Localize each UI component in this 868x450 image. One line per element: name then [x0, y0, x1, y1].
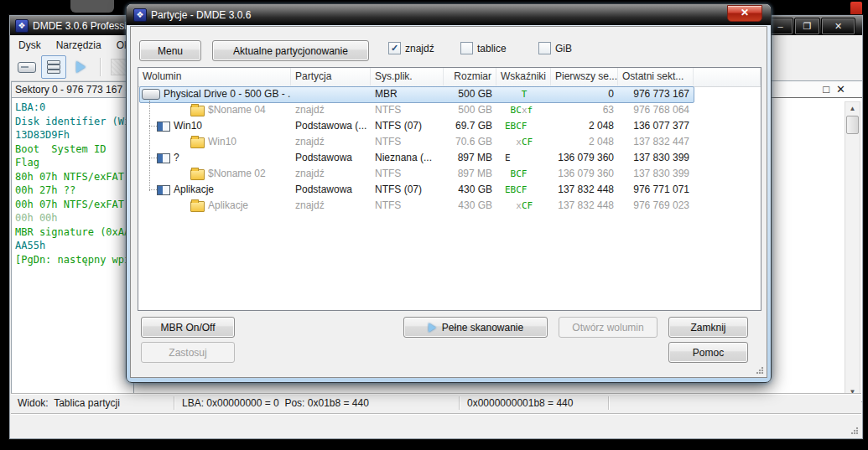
play-icon: [429, 323, 436, 332]
hex-line: Boot System ID :: [15, 142, 138, 157]
part-icon: [157, 122, 170, 132]
column-header[interactable]: Ostatni sekt...: [618, 68, 694, 85]
maximize-button[interactable]: ❐: [794, 18, 820, 35]
column-header[interactable]: Rozmiar: [444, 68, 496, 85]
dialog-title: Partycje - DMDE 3.0.6: [151, 9, 251, 21]
cell: Win10: [138, 134, 291, 150]
full-scan-button[interactable]: Pełne skanowanie: [403, 317, 548, 338]
hex-line: AA55h: [15, 239, 138, 253]
cell: 500 GB: [444, 86, 496, 102]
volume-name: Win10: [174, 118, 202, 134]
cell: 137 832 448: [551, 182, 618, 198]
cell: 69.7 GB: [444, 118, 496, 134]
partition-row[interactable]: Win10Podstawowa (...NTFS (07)69.7 GBEBCF…: [138, 118, 761, 134]
partition-row[interactable]: Win10znajdźNTFS70.6 GB xCF2 048137 832 4…: [138, 134, 761, 150]
cell: Aplikacje: [138, 198, 291, 214]
cell: Physical Drive 0 - 500 GB - ...: [138, 86, 291, 102]
cell: 137 832 447: [618, 134, 694, 150]
volume-name: Aplikacje: [174, 182, 214, 198]
partition-row[interactable]: $Noname 02znajdźNTFS897 MB BCF136 079 36…: [138, 166, 761, 182]
dialog-resize-grip[interactable]: [756, 366, 764, 375]
resize-grip[interactable]: [850, 427, 859, 435]
background-window-fragment: [70, 0, 114, 13]
scan-button[interactable]: [68, 55, 93, 79]
cell: 136 079 360: [551, 166, 618, 182]
scrollbar-thumb[interactable]: [846, 116, 859, 134]
partition-row[interactable]: $Noname 04znajdźNTFS500 GB BCxf63976 768…: [138, 102, 761, 118]
partitions-table: WoluminPartycjaSys.plik.RozmiarWskaźniki…: [138, 67, 761, 311]
cell: znajdź: [291, 134, 371, 150]
partitions-button[interactable]: [41, 55, 66, 79]
help-button[interactable]: Pomoc: [668, 342, 748, 363]
tree-guide-line: [149, 126, 157, 127]
checkbox-box[interactable]: ✓: [388, 42, 401, 54]
cell: znajdź: [291, 198, 371, 214]
column-header[interactable]: Pierwszy se...: [551, 68, 618, 85]
cell: 137 830 399: [618, 166, 694, 182]
main-window-title: DMDE 3.0.6 Profession: [33, 20, 138, 32]
open-disk-button[interactable]: [14, 55, 39, 79]
indicators-cell: EBCF: [496, 182, 551, 198]
indicators-cell: T: [496, 86, 551, 102]
dialog-menu-button[interactable]: Menu: [139, 40, 201, 61]
cell: 70.6 GB: [444, 134, 496, 150]
cell: NTFS (07): [371, 118, 444, 134]
indicators-cell: BCxf: [496, 102, 551, 118]
checkbox-tablice[interactable]: tablice: [460, 42, 507, 54]
column-header[interactable]: Wolumin: [138, 68, 291, 85]
cell: Podstawowa (...: [291, 118, 371, 134]
current-partitioning-button[interactable]: Aktualne partycjonowanie: [212, 40, 369, 61]
cell: 430 GB: [444, 182, 496, 198]
column-header-filler: [694, 68, 761, 85]
checkbox-GiB[interactable]: GiB: [538, 42, 572, 54]
mbr-onoff-button[interactable]: MBR On/Off: [141, 317, 235, 338]
hex-line: 00h 00h: [15, 211, 138, 225]
close-dialog-button[interactable]: Zamknij: [668, 317, 748, 338]
partition-row[interactable]: ?PodstawowaNieznana (...897 MBE136 079 3…: [138, 150, 761, 166]
tree-guide-line: [149, 189, 157, 190]
partition-row[interactable]: Physical Drive 0 - 500 GB - ...MBR500 GB…: [138, 86, 761, 102]
partition-row[interactable]: AplikacjeznajdźNTFS430 GB xCF137 832 448…: [138, 198, 761, 214]
cell: 897 MB: [444, 150, 496, 166]
child-close-icon[interactable]: ✕: [836, 83, 852, 96]
cell: 976 768 064: [618, 102, 694, 118]
close-button[interactable]: ✕: [821, 18, 855, 35]
open-volume-button[interactable]: Otwórz wolumin: [559, 317, 657, 338]
scroll-up-icon[interactable]: ▲: [845, 102, 860, 115]
cell: 2 048: [551, 134, 618, 150]
checkbox-label: znajdź: [405, 43, 434, 54]
status-separator: [608, 396, 610, 410]
volume-name: Win10: [208, 134, 236, 150]
hex-info-panel[interactable]: LBA:0Disk identifier (Wi13D83D9FhBoot Sy…: [11, 97, 138, 405]
indicators-cell: xCF: [496, 134, 551, 150]
checkbox-box[interactable]: [460, 42, 473, 54]
menu-narzedzia[interactable]: Narzędzia: [49, 38, 109, 53]
checkbox-box[interactable]: [538, 42, 551, 54]
cell: MBR: [371, 86, 444, 102]
dialog-titlebar[interactable]: ❖ Partycje - DMDE 3.0.6: [127, 4, 771, 25]
column-header[interactable]: Partycja: [291, 68, 371, 85]
volume-name: $Noname 04: [208, 102, 266, 118]
column-header[interactable]: Sys.plik.: [371, 68, 444, 85]
child-restore-icon[interactable]: □: [823, 83, 836, 96]
volume-name: ?: [174, 150, 179, 166]
partition-row[interactable]: AplikacjePodstawowaNTFS (07)430 GBEBCF13…: [138, 182, 761, 198]
cell: Nieznana (...: [371, 150, 444, 166]
cell: znajdź: [291, 166, 371, 182]
dialog-close-button[interactable]: ✕: [727, 5, 762, 22]
hex-line: 00h 07h NTFS/exFAT :: [15, 198, 138, 212]
disabled-tool-icon: [111, 59, 127, 75]
column-header[interactable]: Wskaźniki: [496, 68, 551, 85]
indicators-cell: xCF: [496, 198, 551, 214]
cell: 2 048: [551, 118, 618, 134]
cell: 430 GB: [444, 198, 496, 214]
apply-button[interactable]: Zastosuj: [141, 342, 235, 363]
cell: 0: [551, 86, 618, 102]
cell: [291, 86, 371, 102]
vertical-scrollbar[interactable]: ▲ ▼: [845, 101, 860, 399]
volume-name: $Noname 02: [208, 166, 266, 182]
cell: Win10: [138, 118, 291, 134]
cell: 136 079 360: [551, 150, 618, 166]
menu-dysk[interactable]: Dysk: [11, 38, 49, 53]
checkbox-znajdź[interactable]: ✓znajdź: [388, 42, 434, 54]
